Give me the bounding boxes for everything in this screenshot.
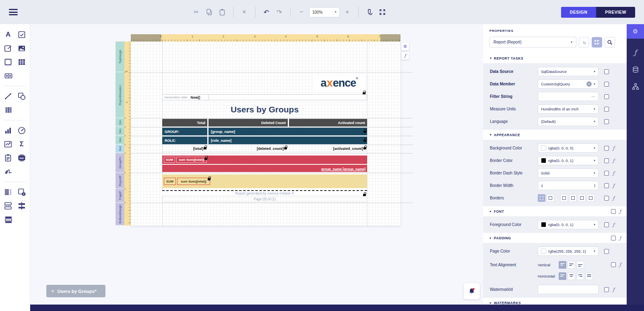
page-color-select[interactable]: rgba(255, 255, 255, 1) ▾ — [538, 247, 599, 256]
band-collapse-caret[interactable]: ▾ — [124, 135, 126, 137]
page-footer-line2[interactable]: Page (0) of (1) — [162, 196, 367, 202]
redo-button[interactable]: ↷ — [274, 7, 285, 17]
borders-checkbox[interactable] — [604, 196, 609, 201]
copy-button[interactable] — [204, 7, 215, 17]
gauge-tool[interactable] — [17, 125, 27, 135]
ellipsis-icon[interactable]: ⋯ — [591, 94, 595, 99]
preview-tab-button[interactable]: PREVIEW — [596, 7, 635, 18]
borders-none-button[interactable] — [547, 194, 554, 202]
section-appearance[interactable]: ▾ APPEARANCE — [483, 130, 627, 140]
valign-middle-button[interactable] — [568, 261, 575, 269]
band-report-footer[interactable]: ReportF — [116, 173, 124, 189]
band-group-header-1[interactable]: Gro — [116, 118, 124, 127]
border-left-button[interactable] — [560, 194, 568, 202]
header-cell-activated-count[interactable]: Activated count — [289, 119, 367, 126]
band-bottom-margin[interactable]: BottomMargin — [116, 203, 124, 226]
expression-icon[interactable]: ƒ — [613, 287, 614, 292]
signature-tool[interactable] — [3, 166, 13, 176]
expression-icon[interactable]: ƒ — [613, 222, 614, 228]
watermark-id-checkbox[interactable] — [604, 287, 609, 292]
cross-band-line-tool[interactable] — [17, 201, 27, 211]
sort-properties-button[interactable]: ↑↓ — [579, 37, 589, 48]
expression-icon[interactable]: ƒ — [619, 262, 621, 267]
sum-expression[interactable]: sum Sum([total]) — [176, 157, 207, 163]
band-group-header-3[interactable]: Gro — [116, 136, 124, 145]
page-footer-line1[interactable]: Report generated by Axence nVision ® — [162, 190, 367, 196]
zoom-select[interactable]: 100% ▾ — [309, 7, 340, 17]
table-of-contents-tool[interactable] — [3, 187, 13, 197]
search-properties-button[interactable] — [605, 37, 615, 48]
group-footer-caption-band[interactable]: group_name [group_name] — [162, 165, 367, 172]
expression-icon[interactable]: ƒ — [619, 209, 621, 214]
group-name-caption[interactable]: group_name [group_name] — [321, 167, 365, 171]
header-cell-total[interactable]: Total — [162, 119, 207, 126]
section-report-tasks[interactable]: ▾ REPORT TASKS — [483, 53, 627, 63]
picture-box-tool[interactable] — [17, 43, 27, 53]
fullscreen-button[interactable] — [377, 7, 388, 17]
band-report-header[interactable]: ReportHeader1 — [116, 72, 124, 118]
pdf-content-tool[interactable]: PDF — [17, 153, 27, 163]
sum-expression-selected[interactable]: sum Sum([total]) — [177, 178, 210, 185]
border-dash-style-checkbox[interactable] — [604, 171, 609, 176]
band-collapse-caret[interactable]: ▾ — [124, 172, 126, 174]
group-properties-button[interactable] — [592, 37, 602, 48]
panel-tool[interactable] — [3, 57, 13, 67]
report-page[interactable]: axence® Generation date: Now() Users by … — [131, 41, 400, 226]
paste-button[interactable] — [217, 7, 227, 17]
language-checkbox[interactable] — [604, 119, 609, 124]
background-color-checkbox[interactable] — [604, 146, 609, 151]
valign-top-button[interactable] — [559, 261, 566, 269]
band-collapse-caret[interactable]: ▾ — [124, 152, 126, 154]
spin-down-icon[interactable]: ▾ — [594, 186, 595, 188]
data-sources-rail-button[interactable] — [632, 66, 639, 73]
expression-icon[interactable]: ƒ — [613, 158, 614, 164]
expression-icon[interactable]: ƒ — [613, 195, 614, 201]
halign-right-button[interactable] — [576, 272, 584, 280]
notifications-button[interactable] — [464, 283, 480, 299]
barcode-tool[interactable] — [3, 105, 13, 115]
data-source-select[interactable]: SqlDataSource ▾ — [538, 67, 599, 76]
foreground-color-select[interactable]: rgba(0, 0, 0, 1) ▾ — [538, 220, 599, 229]
data-source-checkbox[interactable] — [604, 69, 609, 74]
band-collapse-caret[interactable]: ▾ — [124, 126, 126, 128]
rich-text-tool[interactable] — [3, 43, 13, 53]
document-tab[interactable]: × Users by Groups* — [46, 285, 105, 297]
band-group-header-2[interactable]: Gro — [116, 127, 124, 136]
band-collapse-caret[interactable]: ▾ — [124, 143, 126, 146]
undo-button[interactable]: ↶ — [261, 7, 272, 17]
properties-rail-button[interactable]: ⚙ — [627, 24, 644, 39]
expression-icon[interactable]: ƒ — [613, 183, 614, 189]
report-footer-band[interactable]: SUM sum Sum([total]) — [162, 174, 367, 188]
label-tool[interactable]: A — [3, 29, 13, 39]
page-break-tool[interactable] — [3, 201, 13, 211]
text-alignment-checkbox[interactable] — [611, 262, 616, 267]
language-select[interactable]: (Default) ▾ — [538, 117, 599, 126]
page-color-checkbox[interactable] — [604, 249, 609, 254]
band-group-footer[interactable]: GroupFo — [116, 153, 124, 173]
detail-cell-deleted-count[interactable]: [deleted_count] — [208, 145, 288, 152]
valign-bottom-button[interactable] — [576, 261, 584, 269]
delete-button[interactable]: × — [239, 7, 250, 17]
filter-string-input[interactable]: ⋯ — [538, 92, 599, 101]
group-field-cell[interactable]: [group_name] — [208, 128, 367, 135]
generation-date-row[interactable]: Generation date: Now() — [162, 94, 367, 100]
watermark-id-input[interactable] — [538, 285, 599, 294]
sum-badge-selected[interactable]: SUM — [164, 178, 176, 185]
band-collapse-caret[interactable]: ▾ — [124, 117, 126, 119]
border-color-checkbox[interactable] — [604, 158, 609, 163]
subreport-tool[interactable] — [17, 187, 27, 197]
border-width-checkbox[interactable] — [604, 183, 609, 188]
company-logo[interactable]: axence® — [313, 77, 365, 90]
table-tool[interactable] — [17, 57, 27, 67]
band-detail[interactable]: Det — [116, 145, 124, 153]
zoom-out-button[interactable]: − — [296, 7, 307, 17]
band-page-footer[interactable]: PageF — [116, 189, 124, 203]
sum-badge[interactable]: SUM — [164, 157, 175, 163]
background-color-select[interactable]: rgba(0, 0, 0, 0) ▾ — [538, 143, 599, 153]
group-label-cell[interactable]: GROUP: — [162, 128, 207, 135]
measure-units-checkbox[interactable] — [604, 107, 609, 112]
measure-units-select[interactable]: Hundredths of an Inch ▾ — [538, 104, 599, 114]
header-cell-deleted-count[interactable]: Deleted Count — [208, 119, 288, 126]
zoom-in-button[interactable]: + — [342, 7, 353, 17]
data-member-checkbox[interactable] — [604, 82, 609, 87]
